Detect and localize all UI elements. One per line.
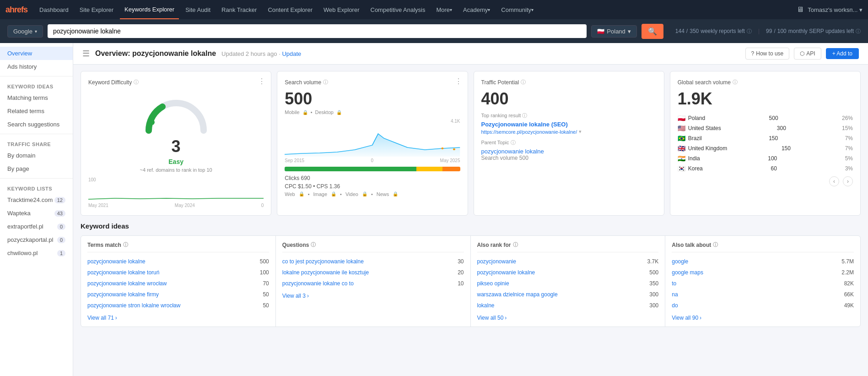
ki-questions-info[interactable]: ⓘ xyxy=(311,241,316,248)
ki-link-tm-0[interactable]: pozycjonowanie lokalne xyxy=(87,258,146,265)
sv-type-web: Web xyxy=(285,191,295,197)
ki-link-at-0[interactable]: google xyxy=(672,258,688,265)
nav-content-explorer[interactable]: Content Explorer xyxy=(263,0,317,19)
workspace-button[interactable]: Tomasz's worksп... ▾ xyxy=(808,6,863,13)
ki-link-at-2[interactable]: to xyxy=(672,280,676,287)
gsv-info-icon[interactable]: ⓘ xyxy=(733,79,738,86)
update-link[interactable]: Update xyxy=(282,50,301,57)
sidebar-divider-2 xyxy=(0,134,73,134)
ki-link-tm-3[interactable]: pozycjonowanie lokalne firmy xyxy=(87,291,159,298)
ki-link-at-1[interactable]: google maps xyxy=(672,269,703,276)
hamburger-icon[interactable]: ☰ xyxy=(82,49,90,59)
ki-link-ar-1[interactable]: pozycjonowanie lokalne xyxy=(477,269,535,276)
monthly-label: monthly SERP updates left xyxy=(788,28,854,34)
sv-cps-value: CPS 1.36 xyxy=(317,183,340,190)
sidebar-item-ads-history[interactable]: Ads history xyxy=(0,60,73,73)
sv-card-menu[interactable]: ⋮ xyxy=(455,77,462,86)
search-input[interactable] xyxy=(48,24,587,38)
kd-date-start: May 2021 xyxy=(88,203,108,208)
sv-info-icon[interactable]: ⓘ xyxy=(323,79,328,86)
gsv-num-us: 300 xyxy=(777,125,786,131)
ki-num-ar-2: 350 xyxy=(649,280,658,287)
nav-competitive-analysis[interactable]: Competitive Analysis xyxy=(366,0,430,19)
nav-community[interactable]: Community xyxy=(496,0,538,19)
nav-dashboard[interactable]: Dashboard xyxy=(35,0,73,19)
tp-top-ranking-link[interactable]: Pozycjonowanie lokalne (SEO) xyxy=(481,121,657,128)
ki-link-ar-4[interactable]: lokalne xyxy=(477,302,495,309)
add-to-button[interactable]: + Add to xyxy=(826,48,859,59)
sidebar-item-by-page[interactable]: By page xyxy=(0,162,73,175)
main-layout: Overview Ads history Keyword ideas Match… xyxy=(0,43,868,376)
ki-link-tm-1[interactable]: pozycjonowanie lokalne toruń xyxy=(87,269,159,276)
weekly-label: weekly reports left xyxy=(701,28,745,34)
gsv-num-brazil: 150 xyxy=(769,135,778,142)
ki-view-all-terms-match[interactable]: View all 71 › xyxy=(87,315,269,321)
tp-top-ranking-url[interactable]: https://semcore.pl/pozycjonowanie-lokaln… xyxy=(481,129,577,135)
search-button[interactable]: 🔍 xyxy=(642,24,663,39)
ki-link-ar-0[interactable]: pozycjonowanie xyxy=(477,258,516,265)
ki-num-at-2: 82K xyxy=(844,280,854,287)
nav-site-explorer[interactable]: Site Explorer xyxy=(75,0,118,19)
nav-keywords-explorer[interactable]: Keywords Explorer xyxy=(120,0,179,19)
table-row: google maps 2.2M xyxy=(672,267,854,278)
ki-header-also-rank-for: Also rank for ⓘ xyxy=(477,241,659,252)
traffic-potential-card: Traffic Potential ⓘ 400 Top ranking resu… xyxy=(474,71,664,216)
search-engine-button[interactable]: Google xyxy=(7,25,43,38)
nav-site-audit[interactable]: Site Audit xyxy=(181,0,215,19)
ki-link-at-4[interactable]: do xyxy=(672,302,678,309)
flag-brazil: 🇧🇷 xyxy=(678,135,685,142)
nav-academy[interactable]: Academy xyxy=(458,0,495,19)
list-count-wapteka: 43 xyxy=(54,210,65,217)
ki-link-at-3[interactable]: na xyxy=(672,291,678,298)
gsv-prev-button[interactable]: ‹ xyxy=(829,176,839,186)
kd-info-icon[interactable]: ⓘ xyxy=(134,79,139,86)
gsv-name-poland: Poland xyxy=(688,115,705,121)
page-header: ☰ Overview: pozycjonowanie lokalne Updat… xyxy=(73,43,868,65)
tp-parent-topic-link[interactable]: pozycjonowanie lokalne xyxy=(481,148,544,155)
ki-link-q-0[interactable]: co to jest pozycjonowanie lokalne xyxy=(282,258,364,265)
api-button[interactable]: ⬡ API xyxy=(794,48,821,60)
tp-top-info-icon[interactable]: ⓘ xyxy=(522,113,527,118)
ki-also-talk-info[interactable]: ⓘ xyxy=(713,241,718,248)
location-button[interactable]: 🇵🇱 Poland ▾ xyxy=(591,25,636,38)
ki-link-q-1[interactable]: lokalne pozycjonowanie ile kosztuje xyxy=(282,269,369,276)
weekly-info-icon[interactable]: ⓘ xyxy=(747,28,752,35)
tp-info-icon[interactable]: ⓘ xyxy=(521,79,526,86)
ki-also-rank-info[interactable]: ⓘ xyxy=(513,241,518,248)
sidebar-item-related-terms[interactable]: Related terms xyxy=(0,104,73,118)
ki-link-q-2[interactable]: pozycjonowanie lokalne co to xyxy=(282,280,354,287)
sidebar-item-overview[interactable]: Overview xyxy=(0,47,73,60)
nav-more[interactable]: More xyxy=(431,0,457,19)
ki-link-ar-3[interactable]: warszawa dzielnice mapa google xyxy=(477,291,558,298)
kd-card-menu[interactable]: ⋮ xyxy=(258,77,265,86)
ki-link-tm-2[interactable]: pozycjonowanie lokalne wrocław xyxy=(87,280,167,287)
ki-view-all-questions[interactable]: View all 3 › xyxy=(282,293,464,299)
gsv-name-brazil: Brazil xyxy=(688,135,702,142)
table-row: google 5.7M xyxy=(672,256,854,267)
gsv-next-button[interactable]: › xyxy=(843,176,853,186)
ki-view-all-also-rank[interactable]: View all 50 › xyxy=(477,315,659,321)
sidebar-list-chwilowo[interactable]: chwilowo.pl 1 xyxy=(0,246,73,260)
sv-date-end: May 2025 xyxy=(440,158,460,163)
ki-grid: Terms match ⓘ pozycjonowanie lokalne 500… xyxy=(81,235,861,327)
chevron-right-icon-q: › xyxy=(307,293,309,299)
gsv-pct-korea: 3% xyxy=(845,165,853,172)
ki-view-all-also-talk[interactable]: View all 90 › xyxy=(672,315,854,321)
sidebar-item-by-domain[interactable]: By domain xyxy=(0,149,73,162)
nav-web-explorer[interactable]: Web Explorer xyxy=(319,0,364,19)
sidebar-list-wapteka[interactable]: Wapteka 43 xyxy=(0,207,73,220)
sidebar-list-pozyczkaportal[interactable]: pozyczkaportal.pl 0 xyxy=(0,233,73,246)
sidebar-list-extraportfel[interactable]: extraportfel.pl 0 xyxy=(0,220,73,233)
sidebar-item-search-suggestions[interactable]: Search suggestions xyxy=(0,118,73,131)
nav-rank-tracker[interactable]: Rank Tracker xyxy=(217,0,261,19)
how-to-use-button[interactable]: ? How to use xyxy=(745,48,790,60)
monthly-info-icon[interactable]: ⓘ xyxy=(856,28,861,35)
ki-terms-match-info[interactable]: ⓘ xyxy=(123,241,128,248)
ki-link-tm-4[interactable]: pozycjonowanie stron lokalne wrocław xyxy=(87,302,180,309)
ki-link-ar-2[interactable]: pikseo opinie xyxy=(477,280,509,287)
tp-parent-info-icon[interactable]: ⓘ xyxy=(511,140,516,145)
table-row: pozycjonowanie lokalne wrocław 70 xyxy=(87,278,269,289)
sidebar-list-tracktime[interactable]: Tracktime24.com 12 xyxy=(0,193,73,207)
list-count-extraportfel: 0 xyxy=(57,223,65,230)
sidebar-item-matching-terms[interactable]: Matching terms xyxy=(0,91,73,104)
